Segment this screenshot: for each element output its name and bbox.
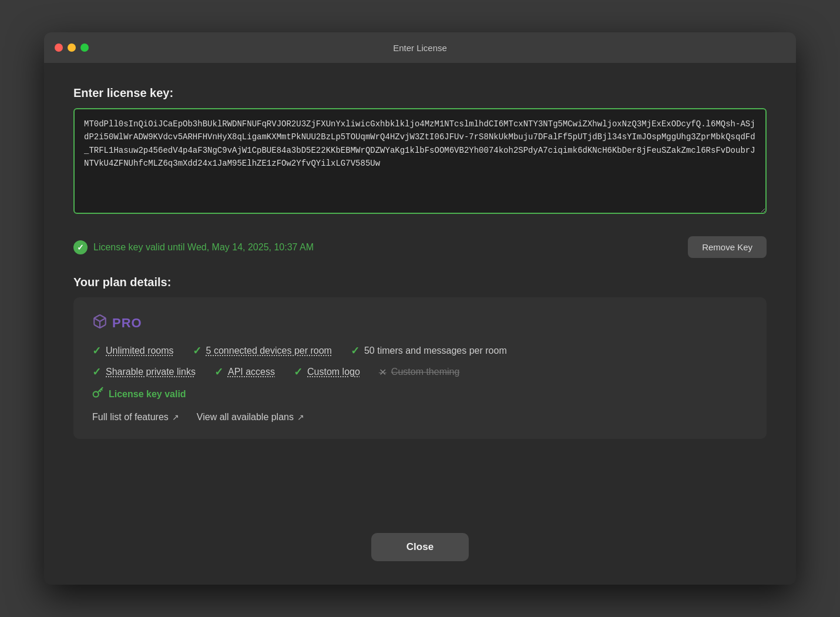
plan-details-label: Your plan details: (73, 276, 767, 289)
license-valid-row: License key valid (92, 387, 748, 401)
license-valid-status: License key valid until Wed, May 14, 202… (73, 240, 314, 254)
feature-timers-messages: ✓ 50 timers and messages per room (351, 344, 507, 357)
plan-logo-icon (92, 314, 107, 333)
check-icon-sharable-links: ✓ (92, 365, 101, 378)
minimize-traffic-light[interactable] (68, 43, 76, 52)
plan-name: PRO (112, 316, 142, 331)
feature-connected-devices-label: 5 connected devices per room (206, 346, 332, 356)
check-icon-custom-logo: ✓ (294, 365, 303, 378)
check-icon-unlimited-rooms: ✓ (92, 344, 101, 357)
full-features-link-text: Full list of features (92, 412, 169, 422)
feature-unlimited-rooms-label: Unlimited rooms (106, 346, 174, 356)
plan-details-section: Your plan details: PRO ✓ Unlimited rooms (73, 276, 767, 439)
footer: Close (44, 521, 796, 585)
view-plans-link[interactable]: View all available plans ↗ (197, 412, 304, 422)
check-icon-api-access: ✓ (214, 365, 223, 378)
main-content: Enter license key: License key valid unt… (44, 63, 796, 521)
check-icon-connected-devices: ✓ (193, 344, 201, 357)
svg-point-1 (93, 391, 99, 397)
maximize-traffic-light[interactable] (80, 43, 89, 52)
feature-sharable-links: ✓ Sharable private links (92, 365, 196, 378)
feature-custom-logo-label: Custom logo (307, 367, 360, 377)
close-traffic-light[interactable] (55, 43, 63, 52)
plan-badge: PRO (92, 314, 748, 333)
feature-api-access-label: API access (228, 367, 275, 377)
titlebar: Enter License (44, 32, 796, 63)
links-row: Full list of features ↗ View all availab… (92, 412, 748, 422)
feature-custom-theming-label: Custom theming (391, 367, 460, 377)
features-row-1: ✓ Unlimited rooms ✓ 5 connected devices … (92, 344, 748, 357)
full-features-link[interactable]: Full list of features ↗ (92, 412, 179, 422)
valid-checkmark-icon (73, 240, 88, 254)
feature-connected-devices: ✓ 5 connected devices per room (193, 344, 332, 357)
license-key-label: Enter license key: (73, 86, 767, 100)
view-plans-link-text: View all available plans (197, 412, 294, 422)
close-button[interactable]: Close (371, 533, 469, 561)
status-row: License key valid until Wed, May 14, 202… (73, 236, 767, 258)
external-link-icon-plans: ↗ (297, 413, 304, 422)
license-key-section: Enter license key: (73, 86, 767, 216)
valid-status-text: License key valid until Wed, May 14, 202… (93, 242, 314, 253)
features-row-2: ✓ Sharable private links ✓ API access ✓ … (92, 365, 748, 378)
external-link-icon-features: ↗ (172, 413, 179, 422)
window-title: Enter License (393, 43, 447, 53)
feature-custom-logo: ✓ Custom logo (294, 365, 360, 378)
license-key-input[interactable] (73, 108, 767, 214)
traffic-lights (55, 43, 89, 52)
feature-custom-theming: ✕ Custom theming (379, 367, 460, 378)
feature-api-access: ✓ API access (214, 365, 275, 378)
feature-unlimited-rooms: ✓ Unlimited rooms (92, 344, 174, 357)
plan-box: PRO ✓ Unlimited rooms ✓ 5 connected devi… (73, 297, 767, 439)
key-icon (92, 387, 104, 401)
main-window: Enter License Enter license key: License… (44, 32, 796, 585)
remove-key-button[interactable]: Remove Key (688, 236, 767, 258)
cross-icon-custom-theming: ✕ (379, 367, 387, 378)
check-icon-timers-messages: ✓ (351, 344, 359, 357)
license-valid-label: License key valid (109, 389, 186, 400)
feature-timers-messages-label: 50 timers and messages per room (364, 346, 507, 356)
feature-sharable-links-label: Sharable private links (106, 367, 196, 377)
